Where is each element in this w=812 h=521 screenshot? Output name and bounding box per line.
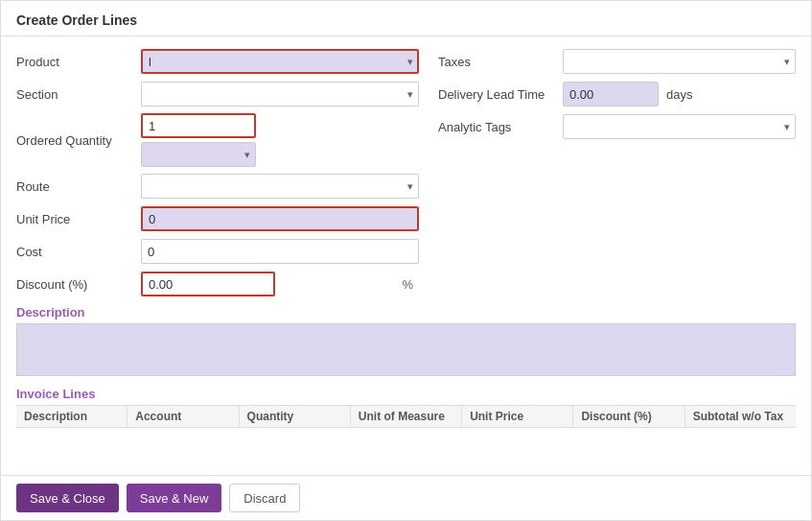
discount-input[interactable] bbox=[141, 272, 275, 296]
delivery-inline-row: days bbox=[563, 82, 796, 107]
product-field bbox=[141, 49, 419, 74]
cost-label: Cost bbox=[16, 245, 141, 259]
route-select-wrapper bbox=[141, 174, 419, 199]
product-row: Product bbox=[16, 48, 419, 75]
modal-title: Create Order Lines bbox=[16, 12, 137, 28]
route-select[interactable] bbox=[141, 174, 419, 199]
section-field bbox=[141, 82, 419, 107]
product-label: Product bbox=[16, 55, 141, 69]
taxes-row: Taxes bbox=[438, 48, 796, 75]
analytic-tags-select[interactable] bbox=[563, 114, 796, 139]
save-new-button[interactable]: Save & New bbox=[127, 484, 222, 512]
modal-footer: Save & Close Save & New Discard bbox=[1, 475, 811, 520]
unit-price-input[interactable] bbox=[141, 206, 419, 231]
analytic-tags-select-wrapper bbox=[563, 114, 796, 139]
unit-price-label: Unit Price bbox=[16, 212, 141, 226]
description-label: Description bbox=[16, 305, 796, 320]
uom-select-wrapper bbox=[141, 142, 256, 167]
invoice-lines-label: Invoice Lines bbox=[16, 387, 796, 401]
col-description: Description bbox=[16, 406, 128, 427]
col-discount: Discount (%) bbox=[573, 406, 684, 427]
modal-body: Product Section bbox=[1, 36, 811, 475]
modal-header: Create Order Lines bbox=[1, 1, 811, 36]
analytic-tags-row: Analytic Tags bbox=[438, 113, 796, 140]
ordered-quantity-label: Ordered Quantity bbox=[16, 133, 141, 148]
discount-row: Discount (%) % bbox=[16, 271, 419, 297]
qty-uom-group bbox=[141, 113, 419, 167]
percent-symbol: % bbox=[402, 277, 413, 292]
ordered-quantity-input[interactable] bbox=[141, 113, 256, 138]
col-unit-of-measure: Unit of Measure bbox=[351, 406, 462, 427]
col-unit-price: Unit Price bbox=[462, 406, 573, 427]
modal-container: Create Order Lines Product Section bbox=[0, 0, 812, 521]
cost-row: Cost bbox=[16, 238, 419, 265]
delivery-lead-time-label: Delivery Lead Time bbox=[438, 87, 563, 102]
ordered-quantity-row: Ordered Quantity bbox=[16, 113, 419, 167]
section-label: Section bbox=[16, 87, 141, 102]
description-textarea[interactable] bbox=[16, 323, 796, 376]
form-right: Taxes Delivery Lead Time bbox=[419, 48, 796, 297]
col-subtotal: Subtotal w/o Tax bbox=[685, 406, 796, 427]
taxes-label: Taxes bbox=[438, 55, 563, 69]
delivery-lead-time-row: Delivery Lead Time days bbox=[438, 81, 796, 107]
taxes-select[interactable] bbox=[563, 49, 796, 74]
analytic-tags-label: Analytic Tags bbox=[438, 120, 563, 134]
analytic-tags-field bbox=[563, 114, 796, 139]
taxes-field bbox=[563, 49, 796, 74]
discard-button[interactable]: Discard bbox=[229, 484, 300, 512]
section-select-wrapper bbox=[141, 82, 419, 107]
ordered-qty-wrap bbox=[141, 113, 419, 138]
days-label: days bbox=[666, 87, 692, 102]
unit-price-field bbox=[141, 206, 419, 231]
section-row: Section bbox=[16, 81, 419, 107]
route-field bbox=[141, 174, 419, 199]
product-input[interactable] bbox=[141, 49, 419, 74]
unit-price-row: Unit Price bbox=[16, 205, 419, 232]
invoice-lines-section: Invoice Lines Description Account Quanti… bbox=[16, 387, 796, 428]
cost-field bbox=[141, 239, 419, 264]
col-quantity: Quantity bbox=[240, 406, 351, 427]
route-label: Route bbox=[16, 179, 141, 194]
save-close-button[interactable]: Save & Close bbox=[16, 484, 119, 512]
form-columns: Product Section bbox=[16, 48, 796, 297]
route-row: Route bbox=[16, 173, 419, 200]
section-select[interactable] bbox=[141, 82, 419, 107]
discount-label: Discount (%) bbox=[16, 277, 141, 292]
delivery-lead-time-input[interactable] bbox=[563, 82, 659, 107]
cost-input[interactable] bbox=[141, 239, 419, 264]
table-header: Description Account Quantity Unit of Mea… bbox=[16, 405, 796, 428]
uom-select[interactable] bbox=[141, 142, 256, 167]
product-input-wrap bbox=[141, 49, 419, 74]
col-account: Account bbox=[128, 406, 239, 427]
form-left: Product Section bbox=[16, 48, 419, 297]
taxes-select-wrapper bbox=[563, 49, 796, 74]
discount-field: % bbox=[141, 272, 419, 296]
description-section: Description bbox=[16, 305, 796, 379]
ordered-quantity-field bbox=[141, 113, 419, 167]
delivery-lead-time-field: days bbox=[563, 82, 796, 107]
discount-input-wrapper: % bbox=[141, 272, 419, 296]
